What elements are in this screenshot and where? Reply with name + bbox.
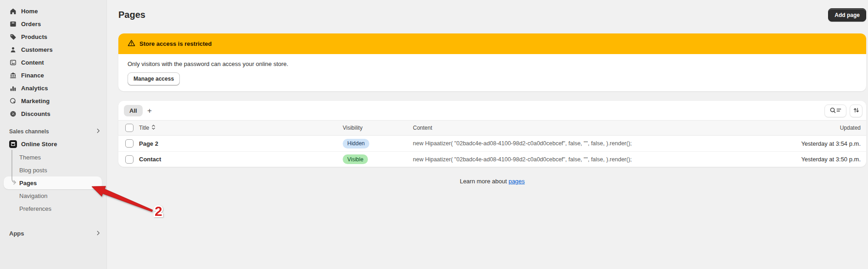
column-visibility: Visibility <box>343 121 362 135</box>
sales-channels-header[interactable]: Sales channels <box>0 126 106 137</box>
column-updated: Updated <box>840 121 861 135</box>
select-all-checkbox[interactable] <box>125 124 134 132</box>
sidebar-item-preferences[interactable]: Preferences <box>4 202 102 215</box>
banner-body: Only visitors with the password can acce… <box>118 54 866 91</box>
manage-access-button[interactable]: Manage access <box>128 72 180 85</box>
row-updated: Yesterday at 3:50 p.m. <box>801 152 861 167</box>
status-badge: Visible <box>343 154 368 164</box>
sidebar-item-marketing[interactable]: Marketing <box>4 94 103 107</box>
sidebar-item-orders[interactable]: Orders <box>4 17 103 30</box>
chevron-right-icon <box>97 128 100 135</box>
sidebar-item-customers[interactable]: Customers <box>4 43 103 56</box>
sidebar-item-analytics[interactable]: Analytics <box>4 82 103 94</box>
sub-item-label: Navigation <box>19 192 47 199</box>
analytics-icon <box>9 85 17 92</box>
sidebar-item-blog-posts[interactable]: Blog posts <box>4 164 102 176</box>
learn-more-label: Learn more about <box>460 178 507 185</box>
content-icon <box>9 59 17 66</box>
banner-header: Store access is restricted <box>118 33 866 54</box>
sidebar: Home Orders Products Customers Content <box>0 0 107 269</box>
table-row[interactable]: Contact Visible new Hipaatizer( "02badc4… <box>118 151 866 167</box>
column-title[interactable]: Title <box>139 125 149 131</box>
banner-text: Only visitors with the password can acce… <box>128 60 857 67</box>
sidebar-item-products[interactable]: Products <box>4 30 103 43</box>
tab-all[interactable]: All <box>124 105 143 116</box>
sidebar-item-label: Products <box>21 33 47 40</box>
pages-help-link[interactable]: pages <box>508 178 524 185</box>
marketing-icon <box>9 98 17 104</box>
finance-icon <box>9 72 17 79</box>
row-updated: Yesterday at 3:54 p.m. <box>801 136 861 151</box>
column-content: Content <box>413 121 432 135</box>
sidebar-item-finance[interactable]: Finance <box>4 69 103 82</box>
home-icon <box>9 8 17 15</box>
sub-item-label: Themes <box>19 154 41 161</box>
status-badge: Hidden <box>343 139 369 148</box>
customers-icon <box>9 46 17 53</box>
sidebar-item-label: Discounts <box>21 110 50 117</box>
sort-arrows-icon <box>853 107 860 115</box>
sub-item-label: Pages <box>19 180 37 187</box>
row-checkbox[interactable] <box>125 155 134 164</box>
sidebar-item-label: Home <box>21 8 38 15</box>
sidebar-item-navigation[interactable]: Navigation <box>4 189 102 202</box>
add-view-button[interactable]: + <box>143 105 156 116</box>
sidebar-item-discounts[interactable]: Discounts <box>4 107 103 120</box>
table-tab-bar: All + <box>118 101 866 120</box>
sort-button[interactable] <box>850 104 862 117</box>
sidebar-item-label: Analytics <box>21 85 48 92</box>
sidebar-item-online-store[interactable]: Online Store <box>4 137 103 151</box>
add-page-button[interactable]: Add page <box>828 8 866 22</box>
warning-icon <box>128 39 135 48</box>
banner-title: Store access is restricted <box>139 40 212 47</box>
sidebar-item-apps[interactable]: Apps <box>0 227 106 240</box>
sidebar-item-pages[interactable]: Pages <box>4 176 102 189</box>
learn-more-text: Learn more about pages <box>118 178 866 185</box>
row-title[interactable]: Contact <box>139 152 161 167</box>
sidebar-item-label: Marketing <box>21 98 50 104</box>
row-content: new Hipaatizer( "02badc4e-ad08-4100-98d2… <box>413 152 632 167</box>
table-header-row: Title Visibility Content Updated <box>118 120 866 136</box>
sidebar-item-label: Customers <box>21 46 53 53</box>
orders-icon <box>9 21 17 27</box>
sidebar-item-label: Online Store <box>21 141 57 148</box>
sidebar-item-label: Finance <box>21 72 44 79</box>
online-store-icon <box>9 140 17 148</box>
products-icon <box>9 33 17 40</box>
store-access-banner: Store access is restricted Only visitors… <box>118 33 866 91</box>
chevron-right-icon <box>97 230 100 237</box>
search-filter-icon <box>829 107 841 115</box>
sub-item-label: Preferences <box>19 205 51 212</box>
table-row[interactable]: Page 2 Hidden new Hipaatizer( "02badc4e-… <box>118 136 866 151</box>
discounts-icon <box>9 110 17 117</box>
sales-channels-label: Sales channels <box>9 128 49 135</box>
apps-label: Apps <box>9 230 24 237</box>
pages-table-card: All + Title Visibility Cont <box>118 101 866 167</box>
page-title: Pages <box>118 10 145 20</box>
sidebar-item-content[interactable]: Content <box>4 56 103 69</box>
sidebar-item-label: Orders <box>21 21 41 27</box>
sidebar-item-themes[interactable]: Themes <box>4 151 102 164</box>
main-content: Pages Add page Store access is restricte… <box>107 0 868 269</box>
search-filter-button[interactable] <box>824 104 846 117</box>
sidebar-item-home[interactable]: Home <box>4 5 103 17</box>
sub-item-label: Blog posts <box>19 167 47 174</box>
row-checkbox[interactable] <box>125 139 134 148</box>
row-title[interactable]: Page 2 <box>139 136 158 151</box>
sort-caret-icon[interactable] <box>151 124 156 132</box>
row-content: new Hipaatizer( "02badc4e-ad08-4100-98d2… <box>413 136 632 151</box>
sidebar-nav: Home Orders Products Customers Content <box>0 0 106 120</box>
sidebar-item-label: Content <box>21 59 44 66</box>
